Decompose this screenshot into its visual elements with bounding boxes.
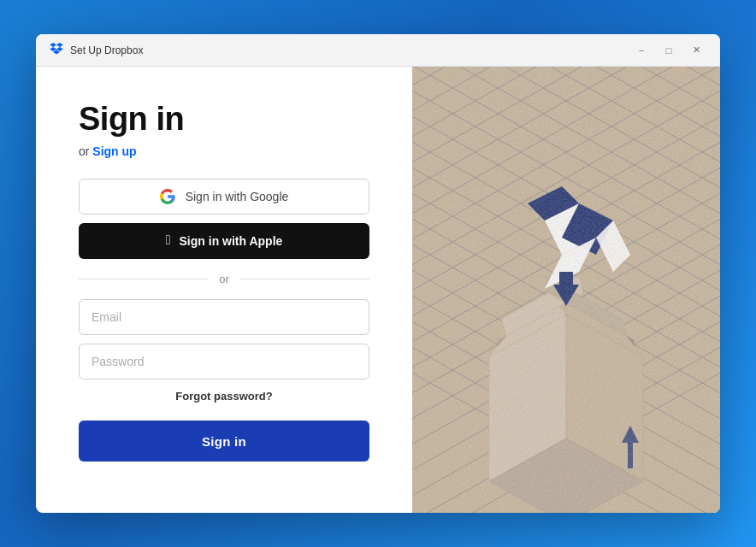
apple-icon: : [166, 233, 171, 247]
sign-up-prefix: or: [79, 144, 92, 158]
svg-rect-57: [412, 67, 720, 513]
titlebar-title: Set Up Dropbox: [70, 44, 143, 56]
titlebar-logo: Set Up Dropbox: [50, 43, 631, 57]
divider: or: [79, 273, 369, 285]
left-panel: Sign in or Sign up Sign in with Google …: [36, 67, 412, 513]
divider-text: or: [219, 273, 229, 285]
right-panel: [412, 67, 720, 513]
email-field[interactable]: [79, 299, 369, 335]
apple-signin-button[interactable]:  Sign in with Apple: [79, 223, 369, 259]
app-window: Set Up Dropbox − □ ✕ Sign in or Sign up: [36, 34, 720, 513]
close-button[interactable]: ✕: [686, 40, 706, 61]
illustration: [412, 67, 720, 513]
content: Sign in or Sign up Sign in with Google …: [36, 67, 720, 513]
divider-line-right: [239, 279, 369, 279]
titlebar-controls: − □ ✕: [631, 40, 706, 61]
sign-up-link[interactable]: Sign up: [92, 144, 136, 158]
google-signin-button[interactable]: Sign in with Google: [79, 179, 369, 215]
dropbox-icon: [50, 43, 63, 57]
apple-button-label: Sign in with Apple: [180, 234, 283, 248]
google-button-label: Sign in with Google: [186, 190, 289, 203]
signin-button[interactable]: Sign in: [79, 421, 369, 462]
forgot-password-link[interactable]: Forgot password?: [175, 390, 272, 403]
minimize-button[interactable]: −: [631, 40, 652, 61]
page-title: Sign in: [79, 101, 369, 138]
forgot-password-row: Forgot password?: [79, 388, 369, 403]
maximize-button[interactable]: □: [659, 40, 679, 61]
sign-up-row: or Sign up: [79, 144, 369, 158]
google-icon: [160, 189, 175, 204]
password-field[interactable]: [79, 344, 369, 379]
divider-line-left: [79, 279, 209, 279]
titlebar: Set Up Dropbox − □ ✕: [36, 34, 720, 67]
